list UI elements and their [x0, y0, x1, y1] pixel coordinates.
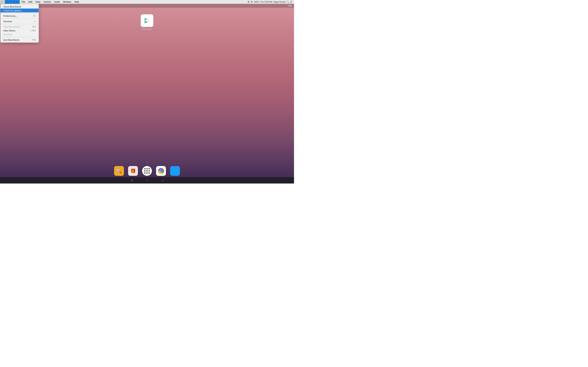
menu-item-hide-others[interactable]: Hide Others ⌥⌘H — [0, 29, 39, 33]
menu-item-check-update-label: Check for Update... — [3, 9, 23, 12]
menu-item-services-label: Services — [3, 20, 12, 23]
play-store-icon-bg — [141, 14, 153, 27]
dot — [146, 172, 148, 174]
grid-dots — [144, 168, 150, 174]
menu-item-check-update[interactable]: Check for Update... — [0, 8, 39, 12]
view-menu[interactable]: View — [34, 0, 42, 4]
menu-item-preferences[interactable]: Preferences... ⌘, — [0, 14, 39, 18]
star-2 — [60, 30, 60, 30]
menu-item-about[interactable]: About BlueStacks — [0, 5, 39, 8]
file-menu[interactable]: File — [20, 0, 26, 4]
battery-status: 100% — [254, 1, 259, 3]
notification-icon[interactable]: ☰ — [290, 1, 292, 3]
clock: Thu 5:50 PM — [260, 1, 272, 3]
star-4 — [210, 25, 210, 25]
window-menu[interactable]: Window — [62, 0, 72, 4]
menu-item-hide-others-label: Hide Others — [3, 29, 15, 32]
svg-point-13 — [160, 170, 162, 172]
app2-icon: 🎁 — [130, 168, 136, 174]
play-store-icon[interactable]: Play Store — [141, 14, 153, 31]
star-6 — [114, 20, 114, 20]
dock-drawer-button[interactable] — [142, 166, 152, 176]
dot — [146, 170, 148, 172]
wifi-status: ⌘ — [251, 1, 253, 3]
dock-icons: 🔍 🎁 — [0, 165, 294, 177]
menu-item-preferences-label: Preferences... — [3, 15, 17, 17]
nav-recent-button[interactable]: □ — [162, 179, 164, 182]
dock-globe-app[interactable]: 🌐 — [170, 166, 180, 176]
dock-search-app[interactable]: 🔍 — [114, 166, 124, 176]
wifi-icon: ⌘︎ — [247, 1, 250, 3]
bluestacks-window: 5:50 — [0, 4, 294, 184]
submenu-arrow-icon: ► — [34, 20, 36, 22]
menu-item-quit-label: Quit BlueStacks — [3, 39, 20, 41]
dock-chrome-app[interactable] — [156, 166, 166, 176]
star-7 — [271, 35, 272, 36]
dot — [144, 172, 146, 174]
star-5 — [245, 48, 245, 48]
chevron-up-icon: ⌃ — [146, 161, 148, 164]
edit-menu[interactable]: Edit — [27, 0, 34, 4]
dot — [148, 168, 150, 169]
dot — [148, 170, 150, 172]
audio-menu[interactable]: Audio — [53, 0, 61, 4]
menu-item-quit[interactable]: Quit BlueStacks ⌘Q — [0, 38, 39, 42]
actions-menu[interactable]: Actions — [42, 0, 52, 4]
dot — [146, 168, 148, 169]
menu-item-services[interactable]: Services ► — [0, 19, 39, 23]
bluestacks-menu[interactable]: BlueStacks — [5, 0, 20, 4]
chrome-icon — [158, 167, 164, 174]
nav-back-button[interactable]: ◁ — [130, 179, 132, 182]
app-drawer-handle: ⌃ — [0, 160, 294, 165]
android-nav-bar: ◁ ○ □ — [0, 177, 294, 184]
dot — [144, 170, 146, 172]
menu-item-quit-shortcut: ⌘Q — [32, 39, 36, 41]
menu-item-show-all[interactable]: Show All — [0, 33, 39, 36]
help-menu[interactable]: Help — [73, 0, 80, 4]
menu-item-hide-others-shortcut: ⌥⌘H — [30, 29, 36, 32]
android-status-bar: 5:50 — [0, 4, 294, 8]
star-3 — [157, 39, 158, 39]
menu-separator-2 — [0, 18, 39, 19]
play-store-triangle — [144, 17, 150, 24]
globe-icon: 🌐 — [172, 168, 178, 174]
username: Sagar Kumar — [273, 1, 285, 3]
menu-item-preferences-shortcut: ⌘, — [33, 15, 36, 17]
menu-item-show-all-label: Show All — [3, 33, 12, 36]
dock-app2[interactable]: 🎁 — [128, 166, 138, 176]
bluestacks-dropdown-menu: About BlueStacks Check for Update... Pre… — [0, 4, 39, 43]
menu-item-hide-bluestacks-shortcut: ⌘H — [32, 25, 36, 28]
android-clock: 5:50 — [288, 5, 292, 7]
menu-item-hide-bluestacks[interactable]: Hide BlueStacks ⌘H — [0, 25, 39, 29]
search-icon[interactable]: 🔍 — [287, 1, 289, 3]
apple-menu[interactable]:  — [0, 0, 4, 4]
search-icon: 🔍 — [116, 168, 122, 174]
menu-item-about-label: About BlueStacks — [3, 5, 21, 8]
menu-bar:  BlueStacks File Edit View Actions Audi… — [0, 0, 294, 4]
nav-home-button[interactable]: ○ — [147, 179, 148, 182]
play-store-label: Play Store — [142, 28, 152, 31]
android-bottom: ⌃ 🔍 🎁 — [0, 160, 294, 184]
dot — [148, 172, 150, 174]
dot — [144, 168, 146, 169]
menu-item-hide-bluestacks-label: Hide BlueStacks — [3, 25, 20, 28]
menu-separator-1 — [0, 13, 39, 13]
